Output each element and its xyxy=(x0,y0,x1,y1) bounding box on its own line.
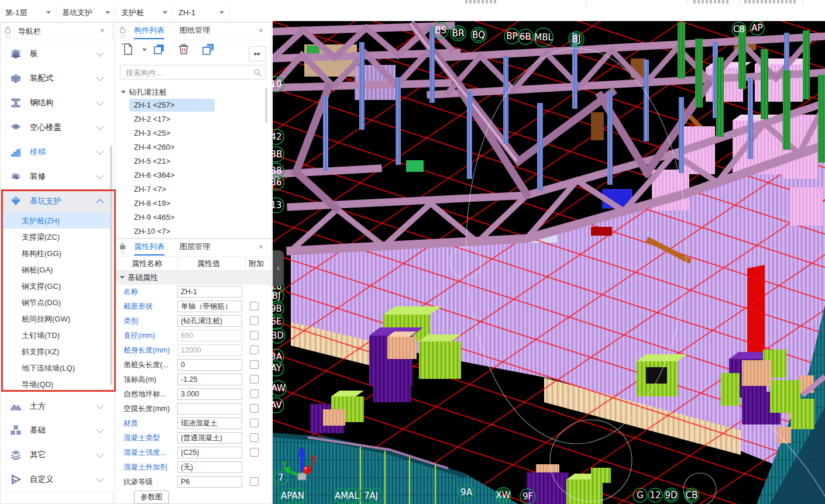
floor-selector-dropdown[interactable]: 第-1层 xyxy=(0,5,57,20)
svg-text:CB: CB xyxy=(686,490,698,500)
property-value-input[interactable]: (无) xyxy=(177,461,242,473)
property-value-input[interactable]: ZH-1 xyxy=(177,286,242,298)
property-value-input[interactable]: -1.25 xyxy=(177,374,242,385)
sidebar-item-foundation[interactable]: 基础 xyxy=(1,418,113,443)
chevron-down-icon[interactable] xyxy=(96,172,104,179)
sidebar-item-decoration[interactable]: 装修 xyxy=(1,164,113,189)
sidebar-item-hollow-slab[interactable]: 空心楼盖 xyxy=(1,115,113,140)
attach-checkbox[interactable] xyxy=(250,302,259,310)
sidebar-item-prefab[interactable]: 装配式 xyxy=(1,66,113,91)
list-item[interactable]: ZH-6 <364> xyxy=(129,169,215,182)
attach-checkbox[interactable] xyxy=(250,419,259,427)
chevron-down-icon[interactable] xyxy=(96,147,104,155)
property-value-input[interactable]: (普通混凝土) xyxy=(177,432,242,444)
list-item[interactable]: ZH-1 <257> xyxy=(129,99,215,112)
property-value-input[interactable]: P6 xyxy=(177,476,242,488)
attach-checkbox[interactable] xyxy=(250,331,259,340)
sidebar-item-dixialianxuqiang[interactable]: 地下连续墙(LQ) xyxy=(1,360,113,376)
tab-drawing-management[interactable]: 图纸管理 xyxy=(180,23,210,38)
property-value-input[interactable]: 现浇混凝土 xyxy=(177,417,242,429)
category-dropdown[interactable]: 基坑支护 xyxy=(57,5,116,20)
list-scrollbar[interactable] xyxy=(265,88,267,123)
copy-layers-button[interactable] xyxy=(201,42,221,61)
list-item[interactable]: ZH-5 <21> xyxy=(129,155,215,168)
attach-checkbox[interactable] xyxy=(250,389,259,398)
sidebar-item-other[interactable]: 其它 xyxy=(1,443,113,468)
sidebar-item-gangzhicheng[interactable]: 钢支撑(GC) xyxy=(1,278,113,294)
lock-icon[interactable] xyxy=(119,26,126,33)
expand-toolbar-button[interactable]: ▸▸ xyxy=(249,46,266,61)
delete-component-button[interactable] xyxy=(176,42,196,61)
tree-group-drilled-pile[interactable]: 钻孔灌注桩 xyxy=(121,87,167,98)
sidebar-item-custom[interactable]: 自定义 xyxy=(1,467,113,492)
chevron-down-icon[interactable] xyxy=(96,123,104,130)
attach-checkbox[interactable] xyxy=(250,346,259,354)
3d-viewport[interactable]: BSBRBQ BP6BMBL BJC8AP 1042BB 383613 26BJ… xyxy=(273,21,825,504)
attach-checkbox[interactable] xyxy=(250,433,259,442)
sidebar-item-earthwork[interactable]: 土方 xyxy=(1,393,113,419)
close-icon[interactable]: × xyxy=(256,25,266,36)
property-group-basic[interactable]: 基础属性 xyxy=(115,271,271,285)
property-value-input[interactable]: 3.000 xyxy=(177,388,242,400)
sidebar-item-gangjiedian[interactable]: 钢节点(DG) xyxy=(1,294,113,310)
column-divider xyxy=(177,257,178,269)
element-type-dropdown[interactable]: 支护桩 xyxy=(116,5,173,20)
chevron-down-icon[interactable] xyxy=(96,402,104,409)
collapse-panel-tab[interactable]: ‹ xyxy=(273,250,284,286)
drag-handle-icon[interactable] xyxy=(121,250,125,255)
chevron-down-icon[interactable] xyxy=(96,450,104,458)
sidebar-item-xiezhicheng[interactable]: 斜支撑(XZ) xyxy=(1,343,113,360)
tab-property-list[interactable]: 属性列表 xyxy=(134,239,164,256)
chevron-down-icon[interactable] xyxy=(96,98,104,106)
property-value-input[interactable]: 0 xyxy=(177,359,242,371)
property-value-input[interactable]: 单轴（带钢筋） xyxy=(177,301,242,312)
list-item[interactable]: ZH-9 <465> xyxy=(129,211,215,224)
attach-checkbox[interactable] xyxy=(250,316,259,325)
chevron-down-icon[interactable] xyxy=(96,426,104,433)
sidebar-item-gegouzhu[interactable]: 格构柱(GG) xyxy=(1,245,113,261)
list-item[interactable]: ZH-2 <17> xyxy=(129,113,215,126)
property-value-input[interactable]: (钻孔灌注桩) xyxy=(177,315,242,327)
tab-component-list[interactable]: 构件列表 xyxy=(134,23,164,39)
component-dropdown[interactable]: ZH-1 xyxy=(173,5,230,20)
sidebar-item-stairs[interactable]: 楼梯 xyxy=(1,140,113,165)
sidebar-item-slab[interactable]: 板 xyxy=(1,42,113,67)
chevron-down-icon[interactable] xyxy=(96,74,104,81)
lock-icon[interactable] xyxy=(5,26,11,33)
search-input[interactable]: 搜索构件... xyxy=(120,65,266,80)
copy-component-button[interactable] xyxy=(152,42,171,61)
list-item[interactable]: ZH-7 <7> xyxy=(129,183,215,196)
close-icon[interactable]: × xyxy=(97,25,108,36)
list-item[interactable]: ZH-3 <25> xyxy=(129,127,215,140)
chevron-down-icon[interactable] xyxy=(142,49,147,51)
property-value-input[interactable] xyxy=(177,403,242,415)
sidebar-item-zhuangjianguawang[interactable]: 桩间挂网(GW) xyxy=(1,310,113,327)
sidebar-item-tudingqiang[interactable]: 土钉墙(TD) xyxy=(1,327,113,343)
parameter-diagram-button[interactable]: 参数图 xyxy=(134,491,169,504)
drag-handle-icon[interactable] xyxy=(6,34,10,39)
chevron-down-icon[interactable] xyxy=(96,475,104,482)
list-item[interactable]: ZH-10 <7> xyxy=(129,225,215,238)
new-component-button[interactable] xyxy=(120,42,147,61)
drag-handle-icon[interactable] xyxy=(121,34,125,39)
chevron-down-icon[interactable] xyxy=(96,49,104,57)
tab-layer-management[interactable]: 图层管理 xyxy=(180,239,210,254)
sidebar-item-daoqiang[interactable]: 导墙(QD) xyxy=(1,376,113,392)
sidebar-item-zhihuzhuang[interactable]: 支护桩(ZH) xyxy=(1,212,113,229)
sidebar-item-steel[interactable]: 钢结构 xyxy=(1,91,113,116)
sidebar-item-gangzhuang[interactable]: 钢桩(GA) xyxy=(1,261,113,278)
sidebar-group-pit-support[interactable]: 基坑支护 xyxy=(1,189,113,213)
lock-icon[interactable] xyxy=(119,242,126,250)
sidebar-scrollbar[interactable] xyxy=(110,146,112,385)
attach-checkbox[interactable] xyxy=(250,375,259,384)
attach-checkbox[interactable] xyxy=(250,477,259,486)
list-item[interactable]: ZH-4 <260> xyxy=(129,141,215,154)
property-value-input[interactable]: (C25) xyxy=(177,447,242,458)
attach-checkbox[interactable] xyxy=(250,448,259,457)
sidebar-item-zhichengliang[interactable]: 支撑梁(ZC) xyxy=(1,229,113,245)
list-item[interactable]: ZH-8 <19> xyxy=(129,197,215,210)
close-icon[interactable]: × xyxy=(256,241,266,252)
attach-checkbox[interactable] xyxy=(250,404,259,413)
chevron-up-icon[interactable] xyxy=(96,199,104,206)
attach-checkbox[interactable] xyxy=(250,360,259,369)
